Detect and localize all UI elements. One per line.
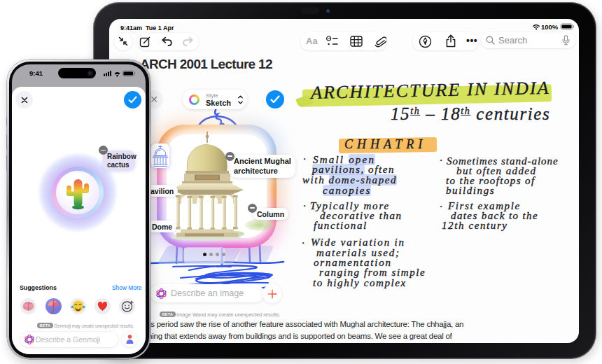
svg-text:100%: 100% — [541, 23, 559, 31]
